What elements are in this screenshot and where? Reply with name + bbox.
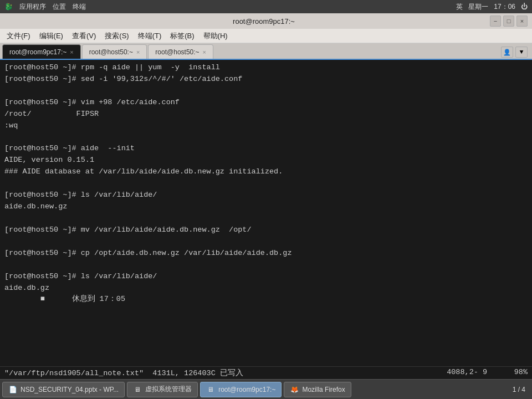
line-16: [root@host50 ~]# cp /opt/aide.db.new.gz … <box>4 248 528 259</box>
tab-2-close[interactable]: × <box>203 49 206 55</box>
taskbar-label-firefox: Mozilla Firefox <box>302 386 345 393</box>
taskbar-label-terminal: root@room9pc17:~ <box>218 386 275 393</box>
terminal-output[interactable]: [root@host50 ~]# rpm -q aide || yum -y i… <box>0 60 532 366</box>
apps-menu[interactable]: 应用程序 <box>19 2 46 12</box>
menu-file[interactable]: 文件(F) <box>2 30 35 42</box>
tab-0-close[interactable]: × <box>70 49 73 55</box>
taskbar-item-terminal[interactable]: 🖥 root@room9pc17:~ <box>200 382 282 397</box>
tab-menu-button[interactable]: ▼ <box>515 47 528 58</box>
terminal-window: root@room9pc17:~ − □ × 文件(F) 编辑(E) 查看(V)… <box>0 13 532 379</box>
menu-terminal[interactable]: 终端(T) <box>134 30 166 42</box>
minimize-button[interactable]: − <box>490 16 501 27</box>
line-2-empty <box>4 85 528 97</box>
taskbar-label-vm: 虚拟系统管理器 <box>145 385 192 394</box>
line-7: [root@host50 ~]# aide --init <box>4 143 528 155</box>
menu-edit[interactable]: 编辑(E) <box>35 30 68 42</box>
taskbar-pager: 1 / 4 <box>508 386 530 393</box>
line-14: [root@host50 ~]# mv /var/lib/aide/aide.d… <box>4 224 528 236</box>
time-indicator: 17：06 <box>494 2 515 12</box>
line-3: [root@host50 ~]# vim +98 /etc/aide.conf <box>4 97 528 109</box>
menu-tabs[interactable]: 标签(B) <box>166 30 198 42</box>
line-10-empty <box>4 178 528 190</box>
new-tab-button[interactable]: 👤 <box>501 47 513 58</box>
window-title: root@room9pc17:~ <box>38 17 490 25</box>
title-bar: root@room9pc17:~ − □ × <box>0 13 532 29</box>
system-bar: 🐉 应用程序 位置 终端 英 星期一 17：06 ⏻ <box>0 0 532 13</box>
line-6-empty <box>4 132 528 144</box>
taskbar-item-pptx[interactable]: 📄 NSD_SECURITY_04.pptx - WP... <box>2 382 125 397</box>
status-left: "/var/ftp/nsd1905/all_note.txt" 4131L, 1… <box>4 368 243 378</box>
places-menu[interactable]: 位置 <box>53 2 66 12</box>
pptx-icon: 📄 <box>8 385 17 394</box>
line-13-empty <box>4 213 528 224</box>
pause-line: ■ 休息到 17：05 <box>4 294 528 305</box>
tab-1-close[interactable]: × <box>136 49 140 55</box>
power-icon[interactable]: ⏻ <box>521 3 528 11</box>
tab-2[interactable]: root@host50:~ × <box>148 44 213 59</box>
tab-bar: root@room9pc17:~ × root@host50:~ × root@… <box>0 43 532 60</box>
line-5: :wq <box>4 120 528 132</box>
line-15-empty <box>4 236 528 248</box>
line-17-empty <box>4 259 528 271</box>
status-right: 4088,2- 9 98% <box>447 368 528 378</box>
system-logo-icon: 🐉 <box>4 3 13 11</box>
close-button[interactable]: × <box>516 16 528 27</box>
maximize-button[interactable]: □ <box>503 16 514 27</box>
terminal-menu[interactable]: 终端 <box>73 2 86 12</box>
language-indicator: 英 <box>456 2 463 12</box>
line-9: ### AIDE database at /var/lib/aide/aide.… <box>4 166 528 178</box>
menu-bar: 文件(F) 编辑(E) 查看(V) 搜索(S) 终端(T) 标签(B) 帮助(H… <box>0 29 532 43</box>
tab-1-label: root@host50:~ <box>89 48 133 56</box>
day-indicator: 星期一 <box>468 2 488 12</box>
menu-help[interactable]: 帮助(H) <box>199 30 232 42</box>
tab-1[interactable]: root@host50:~ × <box>82 44 147 59</box>
line-12: aide.db.new.gz <box>4 201 528 213</box>
line-4: /root/ FIPSR <box>4 109 528 120</box>
line-11: [root@host50 ~]# ls /var/lib/aide/ <box>4 190 528 201</box>
taskbar-item-firefox[interactable]: 🦊 Mozilla Firefox <box>284 382 351 397</box>
taskbar-item-vm[interactable]: 🖥 虚拟系统管理器 <box>127 382 198 397</box>
line-1: [root@host50 ~]# sed -i '99,312s/^/#/' /… <box>4 74 528 85</box>
line-0: [root@host50 ~]# rpm -q aide || yum -y i… <box>4 62 528 74</box>
line-19: aide.db.gz <box>4 283 528 294</box>
tab-0-label: root@room9pc17:~ <box>9 48 66 56</box>
taskbar-label-pptx: NSD_SECURITY_04.pptx - WP... <box>21 386 119 393</box>
vm-icon: 🖥 <box>133 385 142 394</box>
tab-0[interactable]: root@room9pc17:~ × <box>2 44 81 59</box>
taskbar: 📄 NSD_SECURITY_04.pptx - WP... 🖥 虚拟系统管理器… <box>0 379 532 399</box>
terminal-icon: 🖥 <box>206 385 215 394</box>
firefox-icon: 🦊 <box>290 385 299 394</box>
tab-2-label: root@host50:~ <box>155 48 199 56</box>
vim-status-bar: "/var/ftp/nsd1905/all_note.txt" 4131L, 1… <box>0 366 532 379</box>
menu-view[interactable]: 查看(V) <box>68 30 100 42</box>
menu-search[interactable]: 搜索(S) <box>100 30 133 42</box>
line-8: AIDE, version 0.15.1 <box>4 155 528 166</box>
line-18: [root@host50 ~]# ls /var/lib/aide/ <box>4 271 528 283</box>
